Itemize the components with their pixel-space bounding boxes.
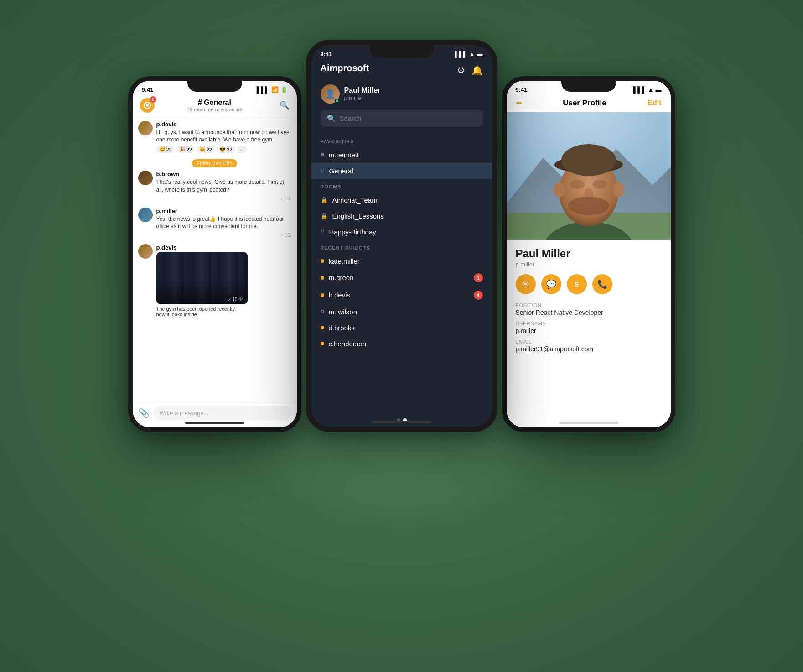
message-action-btn[interactable]: 💬 xyxy=(541,274,561,294)
email-value: p.miller91@aimprosoft.com xyxy=(516,345,662,353)
profile-image xyxy=(507,112,671,240)
chat-header-left xyxy=(140,98,155,113)
sidebar-item-label-general: General xyxy=(329,167,482,175)
sender-name-2: b.brown xyxy=(156,171,291,177)
sidebar-item-kate[interactable]: kate.miller xyxy=(311,253,492,269)
message-content-3: p.miller Yes, the news is great👍 I hope … xyxy=(156,208,291,239)
position-row: Position Senior React Native Developer xyxy=(516,302,662,316)
reaction-more[interactable]: ··· xyxy=(237,146,247,153)
sidebar-item-chenderson[interactable]: c.henderson xyxy=(311,336,492,352)
reaction-4[interactable]: 😎 22 xyxy=(217,146,235,153)
sidebar-item-label-mwilson: m. wilson xyxy=(329,308,483,316)
notch-left xyxy=(187,81,242,92)
svg-point-15 xyxy=(613,182,624,197)
bell-icon[interactable]: 🔔 xyxy=(471,65,483,76)
lock-icon-aimchat: 🔒 xyxy=(321,197,328,203)
sidebar-header: Aimprosoft ⚙ 🔔 👤 Paul Miller p.miller xyxy=(311,59,492,134)
sender-name-3: p.miller xyxy=(156,208,291,214)
username-label: Username xyxy=(516,321,662,326)
app-title-center: Aimprosoft xyxy=(321,63,369,73)
skype-action-btn[interactable]: S xyxy=(567,274,587,294)
reaction-3[interactable]: 😸 22 xyxy=(197,146,215,153)
profile-header: ⬅ User Profile Edit xyxy=(507,95,671,112)
email-label: Email xyxy=(516,339,662,344)
back-icon-right[interactable]: ⬅ xyxy=(516,99,522,107)
message-item-2: b.brown That's really cool news. Give us… xyxy=(138,171,291,202)
message-text-1: Hi, guys. I want to announce that from n… xyxy=(156,129,291,144)
attachment-icon[interactable]: 📎 xyxy=(138,407,150,418)
profile-name: Paul Miller xyxy=(516,247,662,260)
right-phone: 9:41 ▌▌▌ ▲ ▬ ⬅ User Profile Edit xyxy=(502,76,675,432)
lock-icon-english: 🔒 xyxy=(321,213,328,219)
position-label: Position xyxy=(516,302,662,308)
search-bar-icon: 🔍 xyxy=(327,114,336,123)
left-phone: 9:41 ▌▌▌ 📶 🔋 xyxy=(128,76,301,432)
notch-right xyxy=(561,81,616,92)
online-indicator xyxy=(335,99,339,103)
settings-icon[interactable]: ⚙ xyxy=(457,65,465,76)
reaction-2[interactable]: 🎉 22 xyxy=(176,146,195,153)
chat-header-right[interactable]: 🔍 xyxy=(280,100,290,110)
sidebar-item-dbrooks[interactable]: d.brooks xyxy=(311,320,492,336)
badge-bdevis: 4 xyxy=(474,291,483,300)
user-info: Paul Miller p.miller xyxy=(344,86,381,101)
message-input[interactable]: Write a message... xyxy=(153,406,291,420)
search-placeholder: Search xyxy=(340,115,362,122)
dot-icon-bdevis xyxy=(321,293,324,297)
phone-action-btn[interactable]: 📞 xyxy=(592,274,612,294)
chat-header: # General 79 room members online 🔍 xyxy=(133,95,297,117)
wifi-center: ▲ xyxy=(469,51,475,57)
sidebar-header-icons: ⚙ 🔔 xyxy=(457,65,483,76)
message-text-2: That's really cool news. Give us more de… xyxy=(156,178,291,194)
center-phone: 9:41 ▌▌▌ ▲ ▬ Aimprosoft ⚙ 🔔 xyxy=(306,40,497,432)
status-icons-left: ▌▌▌ 📶 🔋 xyxy=(257,86,288,93)
sidebar-item-aimchat[interactable]: 🔒 Aimchat_Team xyxy=(311,192,492,208)
app-icon[interactable] xyxy=(140,98,155,113)
avatar-p-devis-2 xyxy=(138,244,153,259)
sidebar-item-label-m-bennett: m.bennett xyxy=(329,151,483,159)
sidebar-item-label-aimchat: Aimchat_Team xyxy=(332,196,483,204)
sidebar-item-label-dbrooks: d.brooks xyxy=(329,324,483,332)
profile-info-section: Paul Miller p.miller ✉ 💬 S 📞 Position Se… xyxy=(507,240,671,365)
sidebar-item-label-bdevis: b.devis xyxy=(329,291,469,299)
email-action-btn[interactable]: ✉ xyxy=(516,274,536,294)
hash-icon-birthday: # xyxy=(321,228,325,236)
edit-button[interactable]: Edit xyxy=(648,99,661,107)
message-item-3: p.miller Yes, the news is great👍 I hope … xyxy=(138,208,291,239)
svg-point-10 xyxy=(570,180,585,189)
sidebar-item-mwilson[interactable]: m. wilson xyxy=(311,304,492,320)
sidebar-item-label-english: English_Lessons xyxy=(332,212,483,220)
reaction-1[interactable]: 😊 22 xyxy=(156,146,175,153)
chat-header-center: # General 79 room members online xyxy=(187,99,243,112)
favorites-label: FAVORITIES xyxy=(311,134,492,147)
user-profile-row[interactable]: 👤 Paul Miller p.miller xyxy=(321,84,483,104)
message-text-3: Yes, the news is great👍 I hope it is loc… xyxy=(156,215,291,231)
dot-icon-mgreen xyxy=(321,276,324,280)
search-icon-left[interactable]: 🔍 xyxy=(280,101,290,110)
profile-photo xyxy=(507,112,671,240)
sender-name-1: p.devis xyxy=(156,121,291,128)
sidebar-item-bdevis[interactable]: b.devis 4 xyxy=(311,287,492,304)
profile-handle: p.miller xyxy=(516,261,662,268)
user-name-center: Paul Miller xyxy=(344,86,381,94)
sidebar-title-row: Aimprosoft ⚙ 🔔 xyxy=(321,63,483,78)
sidebar-item-label-kate: kate.miller xyxy=(329,257,483,265)
avatar-p-devis xyxy=(138,121,153,135)
sidebar-item-english[interactable]: 🔒 English_Lessons xyxy=(311,208,492,224)
sidebar-item-label-mgreen: m.green xyxy=(329,274,469,281)
username-value: p.miller xyxy=(516,327,662,334)
hash-icon-general: # xyxy=(321,167,325,175)
svg-point-11 xyxy=(593,180,607,189)
sidebar-item-birthday[interactable]: # Happy-Birthday xyxy=(311,224,492,240)
sidebar-item-mgreen[interactable]: m.green 1 xyxy=(311,269,492,287)
sidebar-item-m-bennett[interactable]: m.bennett xyxy=(311,147,492,163)
position-value: Senior React Native Developer xyxy=(516,309,662,316)
timestamp-3: ✓ 10: xyxy=(156,230,291,239)
status-time-left: 9:41 xyxy=(142,86,154,93)
status-time-center: 9:41 xyxy=(321,51,332,57)
sidebar-item-general[interactable]: # General xyxy=(311,163,492,179)
signal-center: ▌▌▌ xyxy=(455,51,467,57)
search-bar[interactable]: 🔍 Search xyxy=(321,110,483,127)
user-avatar-container: 👤 xyxy=(321,84,340,104)
profile-title: User Profile xyxy=(563,99,606,108)
